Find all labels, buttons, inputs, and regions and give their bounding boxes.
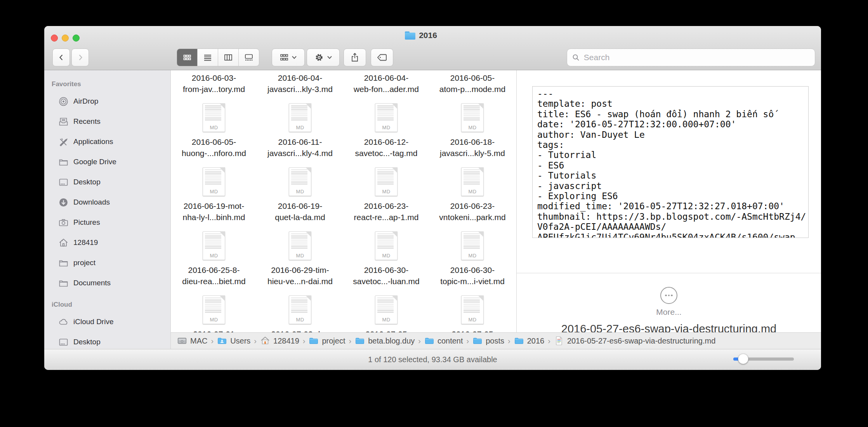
md-badge: MD [375, 253, 397, 259]
sidebar-item-project[interactable]: project [44, 253, 170, 273]
folder-icon [58, 157, 69, 167]
file-item[interactable]: MD 2016-06-19-quet-la-da.md [257, 167, 343, 231]
file-name-label: 2016-07-05 [430, 328, 515, 332]
sidebar-item-recents[interactable]: Recents [44, 111, 170, 132]
cloud-icon [58, 317, 69, 327]
file-item[interactable]: MD 2016-06-04-javascri...kly-3.md [257, 70, 343, 103]
path-item[interactable]: 128419 [260, 336, 299, 346]
sidebar-item-label: Recents [73, 117, 101, 126]
coverflow-view-button[interactable] [239, 49, 259, 66]
search-input[interactable] [583, 52, 810, 62]
file-name-label: 2016-06-12-savetoc...-tag.md [344, 136, 429, 159]
window-title-group: 2016 [405, 31, 437, 40]
file-item[interactable]: MD 2016-07-03-dan [257, 295, 343, 332]
titlebar[interactable]: 2016 [44, 26, 821, 45]
preview-text-line: template: post [537, 99, 808, 109]
path-separator: › [508, 337, 510, 345]
file-item[interactable]: MD 2016-06-23-vntokeni...park.md [429, 167, 516, 231]
file-item[interactable]: MD 2016-07-05 [429, 295, 516, 332]
more-button[interactable]: More... [517, 287, 821, 317]
file-item[interactable]: MD 2016-06-30-savetoc...-luan.md [343, 231, 429, 295]
path-item[interactable]: 2016-05-27-es6-swap-via-destructuring.md [554, 336, 715, 346]
sidebar-item-downloads[interactable]: Downloads [44, 192, 170, 212]
file-item[interactable]: MD 2016-06-25-8-dieu-rea...biet.md [171, 231, 257, 295]
file-item[interactable]: MD 2016-06-29-tim-hieu-ve...n-dai.md [257, 231, 343, 295]
markdown-file-icon: MD [375, 231, 398, 260]
path-item[interactable]: Users [217, 336, 250, 346]
file-item[interactable]: MD 2016-06-03-from-jav...tory.md [171, 70, 257, 103]
file-item[interactable]: MD 2016-06-04-web-fon...ader.md [343, 70, 429, 103]
path-item[interactable]: posts [472, 336, 504, 346]
file-item[interactable]: MD 2016-07-01 [171, 295, 257, 332]
folder-icon [58, 258, 69, 268]
file-item[interactable]: MD 2016-06-23-react-re...ap-1.md [343, 167, 429, 231]
file-item[interactable]: MD 2016-06-18-javascri...kly-5.md [429, 103, 516, 167]
path-item-label: MAC [190, 337, 207, 345]
content-column: MD 2016-06-03-from-jav...tory.md MD 2016… [171, 70, 821, 349]
sidebar-item-pictures[interactable]: Pictures [44, 212, 170, 233]
file-item[interactable]: MD 2016-06-19-mot-nha-ly-l...binh.md [171, 167, 257, 231]
file-item[interactable]: MD 2016-07-05 [343, 295, 429, 332]
icon-size-slider[interactable] [733, 358, 794, 361]
tag-button[interactable] [371, 49, 393, 66]
path-separator: › [254, 337, 257, 345]
column-view-button[interactable] [218, 49, 239, 66]
path-item[interactable]: content [424, 336, 463, 346]
file-item[interactable]: MD 2016-06-05-atom-p...mode.md [429, 70, 516, 103]
home-icon [260, 336, 270, 346]
drive-icon [177, 336, 187, 346]
users-folder-icon [217, 336, 227, 346]
close-button[interactable] [51, 35, 58, 42]
action-gear-button[interactable] [307, 49, 340, 66]
minimize-button[interactable] [62, 35, 69, 42]
file-item[interactable]: MD 2016-06-11-javascri...kly-4.md [257, 103, 343, 167]
list-view-button[interactable] [198, 49, 218, 66]
share-button[interactable] [344, 49, 366, 66]
group-by-button[interactable] [272, 49, 305, 66]
zoom-button[interactable] [73, 35, 80, 42]
md-badge: MD [462, 125, 483, 130]
sidebar-item-documents[interactable]: Documents [44, 273, 170, 293]
sidebar-item-google-drive[interactable]: Google Drive [44, 152, 170, 172]
search-field[interactable] [567, 49, 815, 66]
back-button[interactable] [52, 49, 70, 66]
file-grid[interactable]: MD 2016-06-03-from-jav...tory.md MD 2016… [171, 70, 516, 332]
icon-view-button[interactable] [177, 49, 198, 66]
md-badge: MD [375, 189, 397, 194]
sidebar-item-applications[interactable]: Applications [44, 132, 170, 152]
file-item[interactable]: MD 2016-06-12-savetoc...-tag.md [343, 103, 429, 167]
sidebar-item-label: project [73, 259, 95, 267]
group-by-icon [279, 53, 289, 62]
path-bar: MAC › Users › 128419 › project › beta.bl… [171, 332, 821, 349]
preview-text-line: modified_time: '2016-05-27T12:32:27.018+… [537, 201, 808, 211]
markdown-file-icon: MD [461, 167, 484, 196]
path-item-label: 2016 [527, 337, 545, 345]
file-item[interactable]: MD 2016-06-30-topic-m...i-viet.md [429, 231, 516, 295]
markdown-file-icon: MD [203, 103, 225, 132]
md-badge: MD [289, 125, 311, 130]
path-item[interactable]: project [309, 336, 345, 346]
sidebar-item-128419[interactable]: 128419 [44, 233, 170, 253]
folder-icon [514, 336, 524, 346]
preview-text-line: - ES6 [537, 160, 808, 170]
sidebar-item-label: Desktop [73, 338, 101, 346]
sidebar-item-label: Downloads [73, 198, 110, 207]
slider-knob[interactable] [738, 354, 748, 364]
file-name-label: 2016-07-05 [344, 328, 429, 332]
sidebar-item-airdrop[interactable]: AirDrop [44, 91, 170, 111]
forward-button[interactable] [71, 49, 89, 66]
path-item[interactable]: beta.blog.duy [355, 336, 415, 346]
sidebar-item-desktop[interactable]: Desktop [44, 172, 170, 192]
file-name-label: 2016-07-01 [171, 328, 257, 332]
window-chrome: 2016 [44, 26, 821, 70]
file-name-label: 2016-06-18-javascri...kly-5.md [430, 136, 515, 159]
path-item[interactable]: MAC [177, 336, 207, 346]
file-item[interactable]: MD 2016-06-05-huong-...nforo.md [171, 103, 257, 167]
markdown-file-icon: MD [289, 295, 311, 324]
preview-text-line: - Tutorrial [537, 150, 808, 160]
path-item[interactable]: 2016 [514, 336, 545, 346]
sidebar-item-desktop[interactable]: Desktop [44, 332, 170, 349]
sidebar-item-icloud-drive[interactable]: iCloud Drive [44, 312, 170, 332]
sidebar: Favorites AirDrop Recents Applications G… [44, 70, 171, 349]
status-bar: 1 of 120 selected, 93.34 GB available [44, 349, 821, 370]
